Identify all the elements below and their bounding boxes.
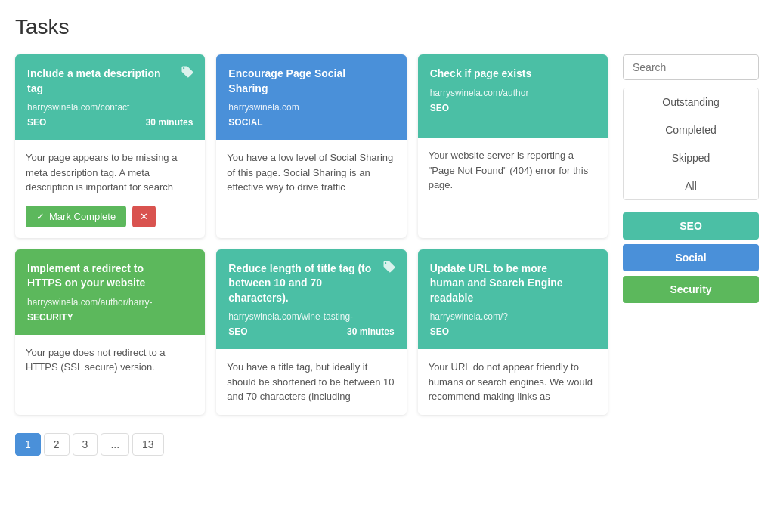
category-button-seo[interactable]: SEO: [623, 212, 759, 240]
dismiss-icon: ✕: [140, 211, 148, 222]
card-header: Reduce length of title tag (to between 1…: [216, 249, 406, 350]
card-title: Include a meta description tag: [27, 66, 193, 96]
card-body: Your page does not redirect to a HTTPS (…: [15, 335, 205, 395]
tag-icon: [382, 260, 396, 277]
card-actions: ✓ Mark Complete ✕: [15, 206, 205, 238]
category-buttons: SEOSocialSecurity: [623, 212, 759, 303]
card-body: Your URL do not appear friendly to human…: [418, 349, 608, 415]
filter-item[interactable]: Outstanding: [624, 88, 758, 116]
filter-item[interactable]: Completed: [624, 116, 758, 144]
card-header: Include a meta description tag harryswin…: [15, 54, 205, 140]
card-body: Your page appears to be missing a meta d…: [15, 140, 205, 206]
card-header: Encourage Page Social Sharing harryswine…: [216, 54, 406, 140]
category-button-social[interactable]: Social: [623, 244, 759, 271]
card-meta: SEO: [430, 103, 596, 113]
card-meta: SOCIAL: [228, 117, 394, 128]
card-header: Check if page exists harryswinela.com/au…: [418, 54, 608, 138]
card-category: SEO: [430, 103, 449, 113]
card-title: Update URL to be more human and Search E…: [430, 261, 596, 306]
check-icon: ✓: [36, 211, 45, 222]
mark-complete-label: Mark Complete: [49, 211, 116, 222]
card-meta: SECURITY: [27, 312, 193, 323]
sidebar: OutstandingCompletedSkippedAll SEOSocial…: [623, 54, 759, 456]
page-button-3[interactable]: 3: [73, 433, 98, 456]
card-time: 30 minutes: [347, 326, 395, 337]
card-url: harryswinela.com/author/harry-: [27, 297, 193, 308]
card-category: SEO: [27, 117, 46, 128]
card-url: harryswinela.com/wine-tasting-: [228, 311, 394, 322]
card-category: SOCIAL: [228, 117, 262, 128]
search-input[interactable]: [623, 54, 759, 80]
card-meta: SEO: [430, 326, 596, 337]
card-body: You have a title tag, but ideally it sho…: [216, 349, 406, 415]
card-url: harryswinela.com/?: [430, 311, 596, 322]
card-category: SEO: [430, 326, 449, 337]
card-url: harryswinela.com: [228, 102, 394, 113]
page-button-1[interactable]: 1: [15, 433, 41, 456]
tag-icon: [181, 65, 194, 82]
card-meta: SEO 30 minutes: [228, 326, 394, 337]
task-card: Reduce length of title tag (to between 1…: [216, 249, 406, 415]
card-title: Reduce length of title tag (to between 1…: [228, 261, 394, 306]
task-card: Include a meta description tag harryswin…: [15, 54, 205, 238]
card-title: Encourage Page Social Sharing: [228, 66, 394, 96]
card-header: Update URL to be more human and Search E…: [418, 249, 608, 350]
card-url: harryswinela.com/author: [430, 88, 596, 98]
task-card: Encourage Page Social Sharing harryswine…: [216, 54, 406, 238]
category-button-security[interactable]: Security: [623, 276, 759, 303]
mark-complete-button[interactable]: ✓ Mark Complete: [26, 206, 126, 227]
page-button-13[interactable]: 13: [132, 433, 164, 456]
page-title: Tasks: [15, 15, 759, 39]
card-time: 30 minutes: [146, 117, 194, 128]
card-url: harryswinela.com/contact: [27, 102, 193, 113]
cards-grid: Include a meta description tag harryswin…: [15, 54, 608, 415]
task-card: Update URL to be more human and Search E…: [418, 249, 608, 415]
task-card: Check if page exists harryswinela.com/au…: [418, 54, 608, 238]
page-button-2[interactable]: 2: [44, 433, 70, 456]
filter-list: OutstandingCompletedSkippedAll: [623, 88, 759, 200]
card-meta: SEO 30 minutes: [27, 117, 193, 128]
main-content: Include a meta description tag harryswin…: [15, 54, 608, 456]
card-title: Check if page exists: [430, 66, 596, 82]
card-body: Your website server is reporting a "Page…: [418, 138, 608, 203]
task-card: Implement a redirect to HTTPS on your we…: [15, 249, 205, 415]
card-header: Implement a redirect to HTTPS on your we…: [15, 249, 205, 335]
filter-item[interactable]: All: [624, 172, 758, 200]
filter-item[interactable]: Skipped: [624, 144, 758, 172]
dismiss-button[interactable]: ✕: [132, 206, 156, 227]
card-body: You have a low level of Social Sharing o…: [216, 140, 406, 206]
card-category: SEO: [228, 326, 247, 337]
pagination-ellipsis: ...: [101, 433, 129, 456]
pagination: 123...13: [15, 433, 608, 456]
card-title: Implement a redirect to HTTPS on your we…: [27, 261, 193, 291]
card-category: SECURITY: [27, 312, 73, 323]
